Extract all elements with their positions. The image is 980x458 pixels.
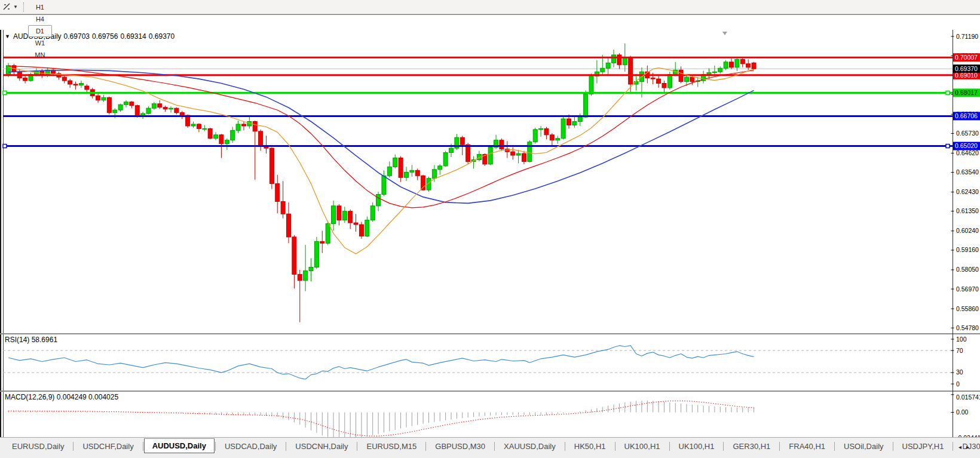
tab-separator <box>669 442 670 451</box>
chart-tab-eurusd-m15[interactable]: EURUSD,M15 <box>358 439 425 453</box>
chart-tab-fra40-h1[interactable]: FRA40,H1 <box>780 439 834 453</box>
candle-body <box>180 113 184 115</box>
price-tick-label: 0.71190 <box>956 33 978 40</box>
timeframe-button-h1[interactable]: H1 <box>28 1 52 13</box>
line-drag-handle[interactable] <box>946 145 950 148</box>
chart-tab-ger30-h1[interactable]: GER30,H1 <box>724 439 779 453</box>
tab-separator <box>143 442 143 451</box>
candle-body <box>241 124 246 126</box>
candle-body <box>23 78 27 81</box>
chart-tab-audusd-daily[interactable]: AUDUSD,Daily <box>144 438 215 453</box>
candle-body <box>197 124 201 128</box>
chart-tab-usdchf-daily[interactable]: USDCHF,Daily <box>74 439 142 453</box>
candle-body <box>556 139 560 140</box>
candle-body <box>146 108 151 113</box>
macd-plot <box>8 401 754 439</box>
chart-tab-hk50-h1[interactable]: HK50,H1 <box>566 439 614 453</box>
chart-tab-usdcnh-daily[interactable]: USDCNH,Daily <box>287 439 356 453</box>
rsi-axis-label: 100 <box>956 336 967 343</box>
chart-tab-gbpusd-m30[interactable]: GBPUSD,M30 <box>427 439 494 453</box>
tab-separator <box>953 442 953 451</box>
chart-tab-eurusd-daily[interactable]: EURUSD,Daily <box>4 439 72 453</box>
price-tick-label: 0.58050 <box>956 266 979 273</box>
candle-body <box>387 167 391 176</box>
candle-body <box>342 211 347 220</box>
chart-tab-xauusd-daily[interactable]: XAUUSD,Daily <box>495 439 564 453</box>
rsi-indicator-label: RSI(14) 58.6961 <box>5 336 57 344</box>
candle-body <box>376 194 381 205</box>
chart-window[interactable]: 0.711900.701100.690000.679200.668100.657… <box>0 14 980 438</box>
candle-body <box>500 140 504 149</box>
chart-tab-usoil-daily[interactable]: USOil,Daily <box>835 439 892 453</box>
candle-body <box>415 170 419 176</box>
candle-body <box>365 220 369 236</box>
candle-body <box>449 148 454 152</box>
candle-body <box>539 128 543 129</box>
candle-body <box>623 57 627 64</box>
price-chart-canvas[interactable]: 0.711900.701100.690000.679200.668100.657… <box>0 15 980 458</box>
candle-body <box>707 73 711 75</box>
candle-body <box>191 124 195 126</box>
timeframe-buttons: M1M5M15M30H1H4D1W1MN <box>28 0 52 61</box>
candle-body <box>589 76 593 94</box>
candle-body <box>438 166 442 170</box>
hline-price-label: 0.68017 <box>955 89 978 96</box>
candle-body <box>629 57 633 84</box>
candle-body <box>152 104 156 108</box>
candle-body <box>214 135 218 139</box>
candle-body <box>314 241 318 267</box>
chart-tab-usdjpy-h1[interactable]: USDJPY,H1 <box>894 439 953 453</box>
chart-tab-uk100-h1[interactable]: UK100,H1 <box>616 439 669 453</box>
candle-body <box>208 128 212 138</box>
tab-scroll-left-icon[interactable]: ◂ <box>958 444 966 450</box>
line-drag-handle[interactable] <box>3 91 7 94</box>
line-drag-handle[interactable] <box>3 145 7 148</box>
candle-body <box>74 84 78 85</box>
candle-body <box>7 66 11 75</box>
chart-dropdown-icon[interactable]: ▼ <box>5 33 10 39</box>
candle-body <box>584 94 588 117</box>
candle-body <box>118 104 122 110</box>
timeframe-toolbar: ▼ M1M5M15M30H1H4D1W1MN <box>0 0 980 14</box>
chart-tab-uk100-h1[interactable]: UK100,H1 <box>670 439 723 453</box>
tab-scroll-right-icon[interactable]: ▸ <box>966 444 974 450</box>
chart-tab-usdcad-daily[interactable]: USDCAD,Daily <box>216 439 285 453</box>
candle-body <box>460 137 464 145</box>
toolbar-grip <box>23 2 24 12</box>
candle-body <box>561 119 565 139</box>
price-tick-label: 0.63540 <box>956 168 979 176</box>
macd-axis-label: 0.015741 <box>956 394 980 401</box>
tab-separator <box>834 442 835 451</box>
candle-body <box>79 84 83 85</box>
price-tick-label: 0.64620 <box>956 149 979 156</box>
chart-low-value: 0.69314 <box>120 32 146 41</box>
candle-body <box>740 59 745 63</box>
chart-open-value: 0.69703 <box>64 32 90 41</box>
timeframe-button-mn[interactable]: MN <box>28 49 52 61</box>
candle-body <box>96 96 100 100</box>
candle-body <box>236 124 240 130</box>
candle-body <box>511 152 515 155</box>
candle-body <box>85 86 89 90</box>
hline-price-label: 0.65020 <box>955 142 978 149</box>
price-tick-label: 0.62430 <box>956 188 979 195</box>
tab-separator <box>357 442 357 451</box>
timeframe-button-h4[interactable]: H4 <box>28 13 52 25</box>
cursor-tool-button[interactable]: ▼ <box>0 2 20 11</box>
chart-shift-marker-icon[interactable] <box>722 32 727 35</box>
timeframe-button-d1[interactable]: D1 <box>28 25 52 37</box>
candle-body <box>443 153 448 166</box>
tab-separator <box>893 442 893 451</box>
candle-body <box>174 108 179 112</box>
candle-body <box>572 122 577 125</box>
candle-body <box>203 128 207 129</box>
candle-body <box>158 104 162 107</box>
line-drag-handle[interactable] <box>946 91 950 94</box>
chevron-down-icon[interactable]: ▼ <box>13 4 18 10</box>
candle-body <box>662 84 666 88</box>
candle-body <box>393 158 397 167</box>
candle-body <box>657 79 661 83</box>
candle-body <box>724 62 728 68</box>
timeframe-button-w1[interactable]: W1 <box>28 37 52 49</box>
tab-scroll-arrows: ◂▸ <box>958 444 974 450</box>
